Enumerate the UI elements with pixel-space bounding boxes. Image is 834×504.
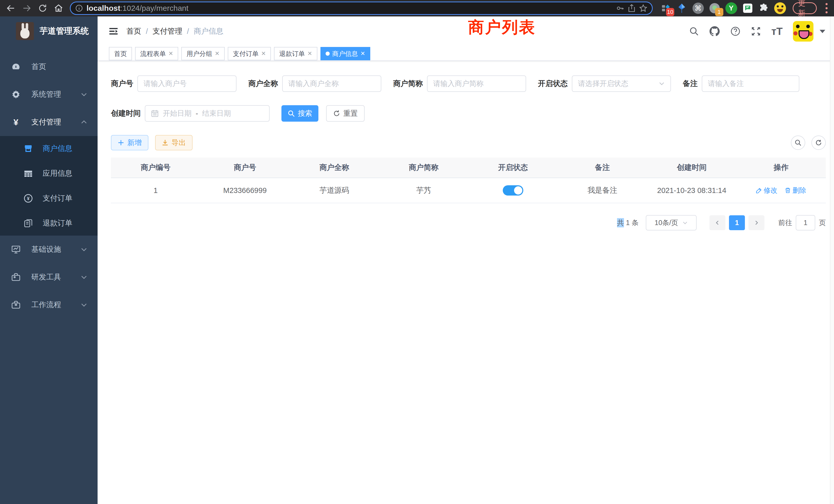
- svg-text:¥: ¥: [27, 196, 29, 201]
- sidebar-item-pay[interactable]: ¥ 支付管理: [0, 108, 97, 136]
- briefcase-icon: [11, 300, 21, 310]
- close-icon[interactable]: ✕: [307, 50, 312, 57]
- yen-circle-icon: ¥: [24, 194, 33, 203]
- fullscreen-icon[interactable]: [751, 26, 761, 37]
- col-merchant-no: 商户号: [200, 158, 290, 178]
- cell-create-time: 2021-10-23 08:31:14: [647, 178, 737, 203]
- password-key-icon[interactable]: [616, 4, 624, 12]
- cell-merchant-id: 1: [111, 178, 200, 203]
- share-icon[interactable]: [628, 4, 636, 12]
- edit-link[interactable]: 修改: [756, 186, 777, 195]
- sidebar-item-pay-order[interactable]: ¥ 支付订单: [0, 186, 97, 211]
- calendar-icon: [151, 110, 159, 117]
- merchant-no-input[interactable]: 请输入商户号: [137, 75, 237, 92]
- extension-profile-icon[interactable]: 1: [709, 2, 720, 14]
- header-search-icon[interactable]: [689, 26, 699, 36]
- extensions-puzzle-icon[interactable]: [758, 2, 769, 14]
- github-icon[interactable]: [709, 26, 720, 37]
- extension-kite-icon[interactable]: [676, 2, 687, 14]
- page-scrollbar[interactable]: [830, 17, 834, 504]
- tab-user-group[interactable]: 用户分组✕: [181, 47, 224, 60]
- chevron-down-icon: [81, 274, 87, 280]
- browser-menu-icon[interactable]: [826, 3, 828, 13]
- user-avatar[interactable]: [793, 21, 813, 42]
- goto-page: 前往 页: [778, 215, 826, 230]
- sidebar-item-workflow[interactable]: 工作流程: [0, 291, 97, 319]
- extension-y-icon[interactable]: Y: [725, 2, 737, 14]
- tab-home[interactable]: 首页: [109, 47, 132, 60]
- browser-profile-avatar[interactable]: [774, 2, 786, 14]
- status-toggle[interactable]: [503, 185, 523, 196]
- col-status: 开启状态: [468, 158, 558, 178]
- next-page-button[interactable]: [748, 215, 764, 230]
- url-host: localhost: [87, 4, 120, 12]
- full-name-input[interactable]: 请输入商户全称: [282, 75, 381, 92]
- sidebar-item-infra[interactable]: 基础设施: [0, 235, 97, 263]
- goto-page-input[interactable]: [796, 215, 815, 230]
- browser-update-button[interactable]: 更新: [793, 2, 817, 14]
- sidebar-submenu-pay: 商户信息 应用信息 ¥ 支付订单 退款订单: [0, 136, 97, 235]
- page-size-select[interactable]: 10条/页: [646, 215, 697, 230]
- browser-extensions: 10 ⌘ 1 Y 更新: [660, 2, 830, 14]
- breadcrumb: 首页 / 支付管理 / 商户信息: [126, 26, 223, 37]
- breadcrumb-pay[interactable]: 支付管理: [153, 26, 182, 37]
- sidebar-item-home[interactable]: 首页: [0, 53, 97, 81]
- remark-input[interactable]: 请输入备注: [702, 75, 799, 92]
- table-header-row: 商户编号 商户号 商户全称 商户简称 开启状态 备注 创建时间 操作: [111, 158, 826, 178]
- app-logo-row[interactable]: 芋道管理系统: [0, 17, 97, 45]
- col-actions: 操作: [737, 158, 826, 178]
- close-icon[interactable]: ✕: [215, 50, 219, 57]
- search-button[interactable]: 搜索: [281, 105, 319, 122]
- breadcrumb-home[interactable]: 首页: [126, 26, 141, 37]
- page-number-1[interactable]: 1: [729, 215, 745, 230]
- help-icon[interactable]: [730, 26, 741, 37]
- status-select[interactable]: 请选择开启状态: [572, 75, 671, 92]
- col-remark: 备注: [558, 158, 647, 178]
- extension-badge: 1: [715, 8, 723, 16]
- extension-command-icon[interactable]: ⌘: [693, 2, 704, 14]
- filter-merchant-no: 商户号 请输入商户号: [111, 75, 237, 92]
- sidebar-item-merchant-info[interactable]: 商户信息: [0, 136, 97, 161]
- sidebar-item-system[interactable]: 系统管理: [0, 81, 97, 108]
- cell-status: [468, 178, 558, 203]
- tab-refund-order[interactable]: 退款订单✕: [274, 47, 317, 60]
- create-time-range-picker[interactable]: 开始日期 - 结束日期: [145, 105, 270, 122]
- monitor-chart-icon: [11, 245, 21, 254]
- delete-link[interactable]: 删除: [785, 186, 806, 195]
- user-menu-caret-icon[interactable]: [820, 30, 825, 33]
- font-size-icon[interactable]: ᴛT: [771, 26, 783, 37]
- tab-process-form[interactable]: 流程表单✕: [135, 47, 178, 60]
- browser-address-bar[interactable]: localhost:1024/pay/merchant: [70, 2, 653, 15]
- merchant-table: 商户编号 商户号 商户全称 商户简称 开启状态 备注 创建时间 操作 1 M23…: [111, 158, 826, 203]
- sidebar-item-refund-order[interactable]: 退款订单: [0, 211, 97, 235]
- chevron-down-icon: [81, 91, 87, 98]
- reset-button[interactable]: 重置: [326, 105, 365, 122]
- tab-merchant-info[interactable]: 商户信息✕: [321, 47, 370, 60]
- browser-refresh-button[interactable]: [36, 1, 50, 16]
- browser-back-button[interactable]: [4, 1, 18, 16]
- close-icon[interactable]: ✕: [169, 50, 173, 57]
- active-dot: [326, 51, 330, 56]
- close-icon[interactable]: ✕: [360, 50, 365, 57]
- short-name-input[interactable]: 请输入商户简称: [427, 75, 526, 92]
- prev-page-button[interactable]: [709, 215, 725, 230]
- export-button[interactable]: 导出: [155, 135, 193, 151]
- toggle-search-button[interactable]: [791, 136, 805, 150]
- add-button[interactable]: 新增: [111, 135, 148, 151]
- tags-view-bar: 首页 流程表单✕ 用户分组✕ 支付订单✕ 退款订单✕ 商户信息✕: [97, 46, 834, 61]
- extension-chat-icon[interactable]: [742, 2, 753, 14]
- refresh-table-button[interactable]: [811, 136, 826, 150]
- page-header: 首页 / 支付管理 / 商户信息 ᴛT: [97, 17, 834, 46]
- bookmark-star-icon[interactable]: [639, 4, 647, 12]
- extension-tiles-icon[interactable]: 10: [660, 2, 671, 14]
- sidebar-item-dev-tools[interactable]: 研发工具: [0, 263, 97, 291]
- tab-pay-order[interactable]: 支付订单✕: [228, 47, 271, 60]
- close-icon[interactable]: ✕: [261, 50, 266, 57]
- site-info-icon[interactable]: [75, 4, 83, 12]
- sidebar-item-app-info[interactable]: 应用信息: [0, 161, 97, 186]
- url-text: localhost:1024/pay/merchant: [87, 4, 612, 13]
- filter-create-time: 创建时间 开始日期 - 结束日期: [111, 105, 270, 122]
- browser-home-button[interactable]: [51, 1, 66, 16]
- browser-forward-button[interactable]: [20, 1, 34, 16]
- sidebar-collapse-icon[interactable]: [108, 26, 119, 37]
